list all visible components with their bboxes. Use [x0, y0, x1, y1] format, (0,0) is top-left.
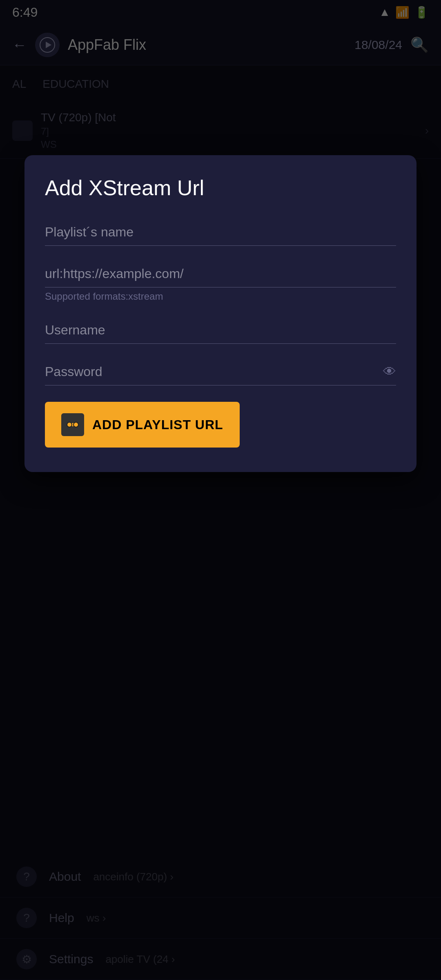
add-xstream-dialog: Add XStream Url Supported formats:xstrea… — [24, 155, 416, 472]
add-btn-label: ADD PLAYLIST URL — [92, 417, 223, 432]
url-input[interactable] — [45, 262, 396, 287]
dim-overlay — [0, 0, 441, 980]
dialog-title: Add XStream Url — [45, 176, 396, 200]
password-input[interactable] — [45, 360, 396, 385]
svg-point-4 — [74, 422, 78, 427]
playlist-name-input[interactable] — [45, 220, 396, 246]
username-field — [45, 318, 396, 344]
password-wrapper: 👁 — [45, 360, 396, 385]
username-input[interactable] — [45, 318, 396, 344]
eye-icon[interactable]: 👁 — [383, 364, 396, 379]
svg-point-3 — [67, 422, 72, 427]
password-field: 👁 — [45, 360, 396, 385]
url-hint: Supported formats:xstream — [45, 291, 396, 302]
add-btn-icon — [61, 413, 84, 436]
playlist-name-field — [45, 220, 396, 246]
add-playlist-url-button[interactable]: ADD PLAYLIST URL — [45, 402, 240, 448]
url-field: Supported formats:xstream — [45, 262, 396, 302]
